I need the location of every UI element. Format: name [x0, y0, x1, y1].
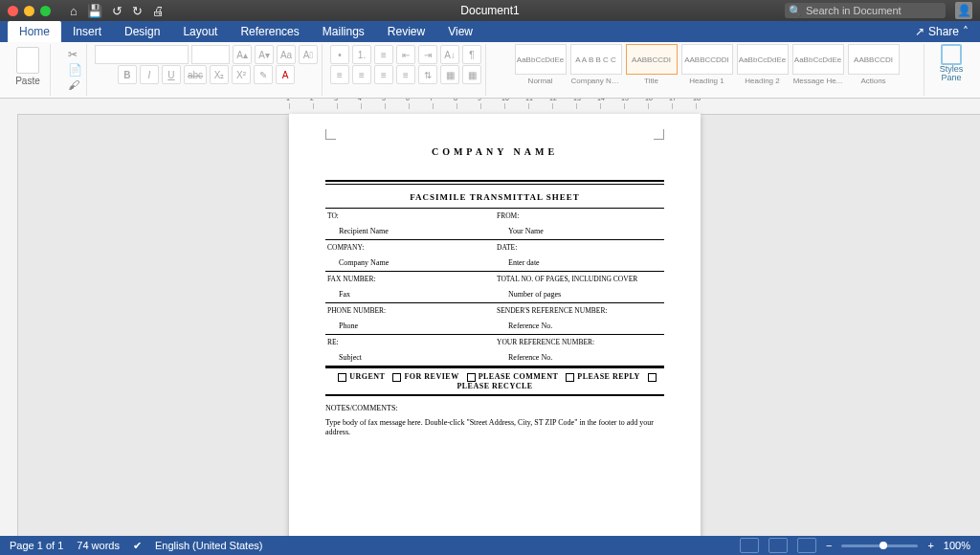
superscript-button[interactable]: X² [232, 65, 251, 84]
numbering-button[interactable]: 1. [352, 45, 371, 64]
zoom-slider[interactable] [841, 544, 918, 547]
document-page[interactable]: COMPANY NAME FACSIMILE TRANSMITTAL SHEET… [289, 114, 701, 541]
show-marks-button[interactable]: ¶ [462, 45, 481, 64]
font-color-button[interactable]: A [276, 65, 295, 84]
style-message-he-[interactable]: AaBbCcDdEe [792, 44, 844, 75]
format-painter-icon[interactable]: 🖌 [68, 78, 79, 92]
undo-icon[interactable]: ↺ [112, 4, 122, 18]
style-heading-1[interactable]: AABBCCDDI [681, 44, 733, 75]
field-value[interactable]: Recipient Name [325, 223, 495, 239]
tab-references[interactable]: References [229, 21, 310, 42]
ruler-tick: 14 [600, 103, 624, 109]
tab-mailings[interactable]: Mailings [311, 21, 376, 42]
focus-view-button[interactable] [740, 538, 759, 553]
tab-layout[interactable]: Layout [171, 21, 229, 42]
bullets-button[interactable]: • [330, 45, 349, 64]
field-value[interactable]: Reference No. [495, 349, 664, 366]
company-name[interactable]: COMPANY NAME [325, 146, 664, 157]
print-icon[interactable]: 🖨 [152, 4, 165, 18]
checkbox[interactable] [338, 373, 346, 382]
paste-button[interactable]: Paste [10, 44, 46, 88]
field-value[interactable]: Subject [325, 349, 495, 366]
clipboard-icon [16, 47, 39, 74]
field-value[interactable]: Reference No. [495, 318, 664, 334]
align-right-button[interactable]: ≡ [374, 65, 393, 84]
highlight-button[interactable]: ✎ [254, 65, 273, 84]
align-left-button[interactable]: ≡ [330, 65, 349, 84]
window-minimize[interactable] [24, 6, 34, 16]
checkbox[interactable] [392, 373, 401, 382]
increase-indent-button[interactable]: ⇥ [418, 45, 437, 64]
underline-button[interactable]: U [162, 65, 181, 84]
font-family-select[interactable] [95, 45, 189, 64]
window-zoom[interactable] [40, 6, 51, 16]
field-value[interactable]: Your Name [495, 223, 664, 239]
checkbox[interactable] [566, 373, 574, 382]
word-count[interactable]: 74 words [77, 540, 120, 551]
styles-pane-button[interactable]: Styles Pane [932, 44, 970, 82]
ruler-tick: 15 [624, 103, 648, 109]
copy-icon[interactable]: 📄 [68, 63, 82, 77]
checkbox-label: URGENT [349, 372, 385, 381]
page-indicator[interactable]: Page 1 of 1 [10, 540, 63, 551]
borders-button[interactable]: ▦ [462, 65, 481, 84]
zoom-in-button[interactable]: + [927, 540, 933, 551]
italic-button[interactable]: I [140, 65, 159, 84]
sheet-title[interactable]: FACSIMILE TRANSMITTAL SHEET [325, 187, 664, 208]
tab-view[interactable]: View [436, 21, 484, 42]
shrink-font-button[interactable]: A▾ [255, 45, 274, 64]
shading-button[interactable]: ▦ [440, 65, 459, 84]
decrease-indent-button[interactable]: ⇤ [396, 45, 415, 64]
tab-review[interactable]: Review [376, 21, 436, 42]
style-actions[interactable]: AABBCCDI [848, 44, 900, 75]
zoom-level[interactable]: 100% [944, 540, 970, 551]
tab-insert[interactable]: Insert [61, 21, 113, 42]
notes-body[interactable]: Type body of fax message here. Double-cl… [325, 418, 664, 438]
style-label: Heading 2 [745, 77, 779, 85]
tab-design[interactable]: Design [113, 21, 171, 42]
field-value[interactable]: Company Name [325, 255, 495, 271]
strike-button[interactable]: abc [184, 65, 207, 84]
grow-font-button[interactable]: A▴ [233, 45, 252, 64]
share-button[interactable]: ↗ Share ˄ [903, 21, 980, 42]
notes-heading[interactable]: NOTES/COMMENTS: [325, 404, 664, 412]
web-layout-button[interactable] [797, 538, 816, 553]
style-title[interactable]: AABBCCDI [626, 44, 678, 75]
spellcheck-icon[interactable]: ✔ [133, 540, 142, 552]
cut-icon[interactable]: ✂ [68, 48, 78, 61]
bold-button[interactable]: B [118, 65, 137, 84]
style-heading-2[interactable]: AaBbCcDdEe [737, 44, 789, 75]
style-company-na-[interactable]: A A B B C C [570, 44, 622, 75]
search-box[interactable]: 🔍 Search in Document [785, 3, 946, 18]
zoom-out-button[interactable]: − [826, 540, 832, 551]
field-value[interactable]: Fax [325, 286, 495, 302]
style-normal[interactable]: AaBbCcDdEe [515, 44, 567, 75]
save-icon[interactable]: 💾 [87, 4, 102, 18]
style-label: Normal [528, 77, 553, 85]
checkbox[interactable] [648, 373, 657, 382]
change-case-button[interactable]: Aa [277, 45, 296, 64]
justify-button[interactable]: ≡ [396, 65, 415, 84]
user-avatar[interactable]: 👤 [955, 2, 972, 19]
clear-format-button[interactable]: A⃠ [299, 45, 318, 64]
checkbox[interactable] [467, 373, 476, 382]
home-icon[interactable]: ⌂ [70, 4, 78, 18]
subscript-button[interactable]: X₂ [210, 65, 229, 84]
font-size-select[interactable] [191, 45, 230, 64]
field-value[interactable]: Phone [325, 318, 495, 334]
field-value[interactable]: Enter date [495, 255, 664, 271]
styles-pane-label: Styles Pane [940, 65, 964, 82]
line-spacing-button[interactable]: ⇅ [418, 65, 437, 84]
ruler-tick: 12 [552, 103, 576, 109]
tab-home[interactable]: Home [8, 21, 61, 42]
sort-button[interactable]: A↓ [440, 45, 459, 64]
language-indicator[interactable]: English (United States) [155, 540, 263, 551]
align-center-button[interactable]: ≡ [352, 65, 371, 84]
field-value[interactable]: Number of pages [495, 286, 664, 302]
checkbox-row[interactable]: URGENTFOR REVIEWPLEASE COMMENTPLEASE REP… [325, 366, 664, 396]
field-label: TOTAL NO. OF PAGES, INCLUDING COVER [495, 272, 664, 286]
print-layout-button[interactable] [768, 538, 788, 553]
redo-icon[interactable]: ↻ [132, 4, 143, 18]
multilevel-button[interactable]: ≡ [374, 45, 393, 64]
window-close[interactable] [8, 6, 18, 16]
